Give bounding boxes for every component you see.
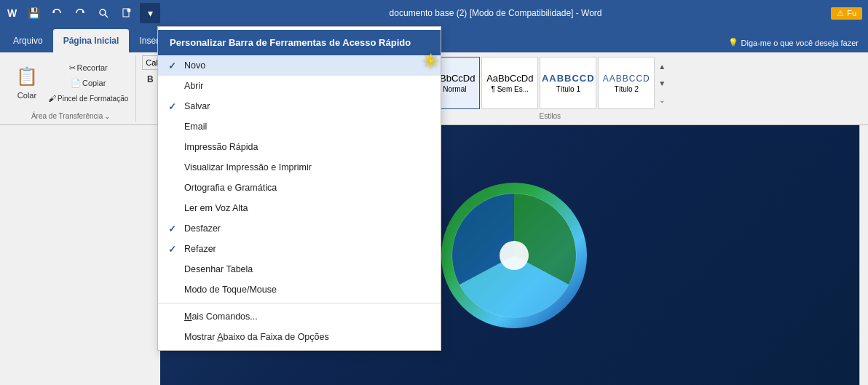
dropdown-item-visualizar[interactable]: Visualizar Impressão e Imprimir bbox=[158, 157, 441, 178]
dropdown-item-refazer[interactable]: Refazer bbox=[158, 239, 441, 259]
dropdown-item-desfazer[interactable]: Desfazer bbox=[158, 218, 441, 239]
dropdown-item-ler-voz[interactable]: Ler em Voz Alta bbox=[158, 198, 441, 218]
abaixo-underline: A bbox=[217, 332, 223, 342]
dropdown-item-desenhar-tabela[interactable]: Desenhar Tabela bbox=[158, 259, 441, 279]
dropdown-item-salvar[interactable]: Salvar bbox=[158, 96, 441, 116]
dropdown-separator bbox=[158, 303, 441, 303]
dropdown-item-novo[interactable]: Novo bbox=[158, 55, 441, 76]
dropdown-header: Personalizar Barra de Ferramentas de Ace… bbox=[158, 30, 441, 55]
dropdown-item-ortografia[interactable]: Ortografia e Gramática bbox=[158, 178, 441, 198]
mais-underline: M bbox=[184, 311, 192, 322]
dropdown-overlay: Personalizar Barra de Ferramentas de Ace… bbox=[0, 0, 868, 385]
dropdown-item-mais-comandos[interactable]: Mais Comandos... bbox=[158, 306, 441, 327]
customize-qat-dropdown: Personalizar Barra de Ferramentas de Ace… bbox=[157, 26, 441, 351]
dropdown-item-mostrar-abaixo[interactable]: Mostrar Abaixo da Faixa de Opções bbox=[158, 327, 441, 347]
dropdown-item-email[interactable]: Email bbox=[158, 116, 441, 137]
dropdown-item-impressao-rapida[interactable]: Impressão Rápida bbox=[158, 137, 441, 157]
dropdown-item-abrir[interactable]: Abrir bbox=[158, 76, 441, 96]
dropdown-item-modo-toque[interactable]: Modo de Toque/Mouse bbox=[158, 279, 441, 300]
